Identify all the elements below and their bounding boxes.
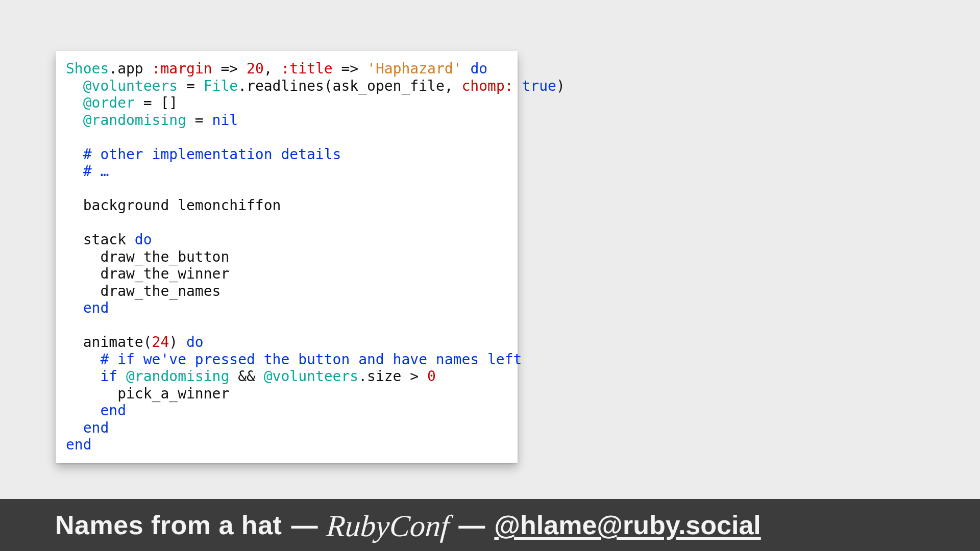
- code-token: [462, 60, 471, 77]
- code-token: Shoes: [66, 60, 109, 77]
- code-token: 0: [427, 368, 436, 385]
- slide: Shoes.app :margin => 20, :title => 'Haph…: [0, 0, 980, 551]
- code-token: [66, 94, 83, 111]
- code-line: end: [66, 436, 92, 453]
- code-token: [66, 112, 83, 129]
- code-line: draw_the_names: [66, 283, 220, 299]
- code-token: 20: [247, 60, 264, 77]
- footer-separator: —: [458, 510, 485, 540]
- code-token: true: [522, 78, 556, 94]
- code-token: nil: [212, 112, 238, 129]
- code-token: :margin: [152, 60, 212, 77]
- code-line: draw_the_button: [66, 248, 229, 265]
- code-token: @volunteers: [264, 368, 358, 385]
- code-token: ): [556, 78, 565, 94]
- code-token: ,: [264, 60, 281, 77]
- code-line: # if we've pressed the button and have n…: [66, 351, 522, 368]
- code-token: [513, 78, 522, 94]
- footer-title: Names from a hat: [55, 510, 282, 540]
- code-line: # other implementation details: [66, 146, 341, 163]
- code-line: [66, 317, 75, 334]
- footer-separator: —: [291, 510, 317, 540]
- code-token: .readlines(ask_open_file,: [238, 78, 461, 94]
- code-token: .size >: [358, 368, 427, 385]
- code-token: ): [169, 334, 186, 350]
- code-line: end: [66, 419, 109, 436]
- code-token: [117, 368, 126, 385]
- code-card: Shoes.app :margin => 20, :title => 'Haph…: [56, 51, 518, 463]
- code-token: @order: [83, 94, 135, 111]
- code-line: draw_the_winner: [66, 265, 229, 282]
- code-token: do: [135, 231, 152, 248]
- code-token: 'Haphazard': [367, 60, 461, 77]
- code-line: # …: [66, 163, 109, 180]
- footer-handle-link[interactable]: @hlame@ruby.social: [494, 510, 761, 540]
- code-line: [66, 180, 75, 197]
- code-token: [66, 368, 100, 385]
- rubyconf-logo: RubyConf: [326, 511, 450, 541]
- code-token: &&: [229, 368, 263, 385]
- code-token: =>: [212, 60, 247, 77]
- code-token: @volunteers: [83, 78, 178, 94]
- code-token: do: [186, 334, 204, 350]
- footer-bar: Names from a hat — RubyConf — @hlame@rub…: [0, 499, 980, 551]
- code-line: [66, 214, 75, 231]
- code-token: =: [178, 78, 204, 94]
- code-token: if: [100, 368, 117, 385]
- code-token: =>: [333, 60, 367, 77]
- code-token: chomp:: [461, 78, 513, 94]
- code-token: File: [204, 78, 238, 94]
- code-token: animate(: [66, 334, 152, 350]
- code-line: [66, 129, 75, 145]
- code-token: @randomising: [126, 368, 229, 385]
- code-token: stack: [66, 231, 135, 248]
- code-token: =: [186, 112, 212, 129]
- code-token: 24: [152, 334, 169, 350]
- code-token: = []: [135, 94, 178, 111]
- code-line: pick_a_winner: [66, 385, 229, 402]
- code-token: :title: [281, 60, 332, 77]
- code-token: @randomising: [83, 112, 186, 129]
- code-token: [66, 78, 83, 94]
- code-token: .app: [109, 60, 152, 77]
- code-block: Shoes.app :margin => 20, :title => 'Haph…: [66, 60, 508, 454]
- code-line: background lemonchiffon: [66, 197, 281, 214]
- code-token: do: [470, 60, 487, 77]
- code-line: end: [66, 299, 109, 316]
- code-line: end: [66, 402, 126, 419]
